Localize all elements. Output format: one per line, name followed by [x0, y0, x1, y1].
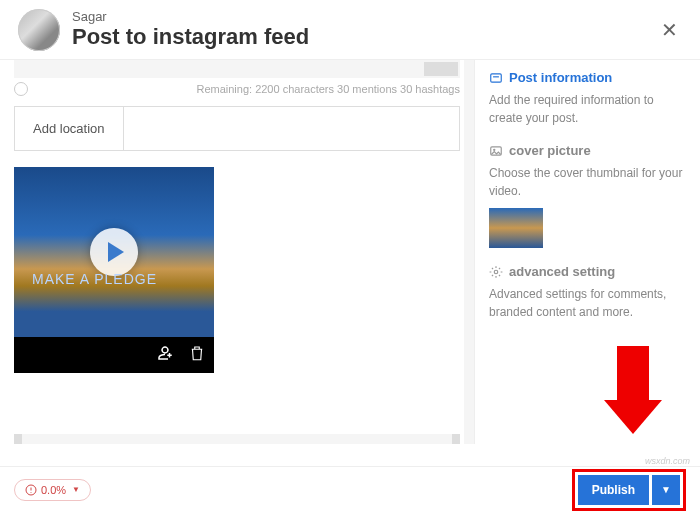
image-icon — [489, 144, 503, 158]
page-title: Post to instagram feed — [72, 24, 657, 50]
media-toolbar — [14, 337, 214, 373]
video-caption: MAKE A PLEDGE — [32, 271, 157, 287]
avatar — [18, 9, 60, 51]
panel-title-text: cover picture — [509, 143, 591, 158]
panel-title-text: advanced setting — [509, 264, 615, 279]
panel-title: advanced setting — [489, 264, 686, 279]
info-icon — [489, 71, 503, 85]
caret-down-icon: ▼ — [72, 485, 80, 494]
panel-desc: Add the required information to create y… — [489, 91, 686, 127]
gear-icon — [489, 265, 503, 279]
composer-pane: Remaining: 2200 characters 30 mentions 3… — [0, 60, 475, 444]
publish-dropdown[interactable]: ▼ — [652, 475, 680, 505]
video-thumbnail[interactable]: MAKE A PLEDGE — [14, 167, 214, 337]
footer: 0.0% ▼ Publish ▼ — [0, 466, 700, 512]
panel-title: cover picture — [489, 143, 686, 158]
publish-button[interactable]: Publish — [578, 475, 649, 505]
watermark: wsxdn.com — [645, 456, 690, 466]
location-input[interactable] — [124, 107, 459, 150]
trash-icon[interactable] — [188, 344, 206, 366]
panel-title: Post information — [489, 70, 686, 85]
panel-title-text: Post information — [509, 70, 612, 85]
emoji-icon[interactable] — [14, 82, 28, 96]
dialog-header: Sagar Post to instagram feed ✕ — [0, 0, 700, 60]
svg-point-3 — [493, 148, 495, 150]
svg-point-4 — [494, 270, 498, 274]
panel-cover[interactable]: cover picture Choose the cover thumbnail… — [489, 143, 686, 248]
progress-value: 0.0% — [41, 484, 66, 496]
play-icon[interactable] — [90, 228, 138, 276]
panel-post-info[interactable]: Post information Add the required inform… — [489, 70, 686, 127]
vertical-scrollbar[interactable] — [464, 60, 474, 444]
tag-user-icon[interactable] — [156, 344, 174, 366]
alert-icon — [25, 484, 37, 496]
close-icon[interactable]: ✕ — [657, 14, 682, 46]
add-location-button[interactable]: Add location — [15, 107, 124, 150]
publish-group: Publish ▼ — [572, 469, 686, 511]
media-preview: MAKE A PLEDGE — [14, 167, 214, 373]
svg-rect-0 — [491, 73, 502, 81]
progress-badge[interactable]: 0.0% ▼ — [14, 479, 91, 501]
header-text: Sagar Post to instagram feed — [72, 9, 657, 50]
dialog-body: Remaining: 2200 characters 30 mentions 3… — [0, 60, 700, 444]
horizontal-scrollbar[interactable] — [14, 434, 460, 444]
cover-thumbnail[interactable] — [489, 208, 543, 248]
user-name: Sagar — [72, 9, 657, 24]
add-location-row: Add location — [14, 106, 460, 151]
char-count: Remaining: 2200 characters 30 mentions 3… — [196, 83, 460, 95]
panel-desc: Advanced settings for comments, branded … — [489, 285, 686, 321]
svg-point-7 — [31, 492, 32, 493]
panel-advanced[interactable]: advanced setting Advanced settings for c… — [489, 264, 686, 321]
panel-desc: Choose the cover thumbnail for your vide… — [489, 164, 686, 200]
composer-stats: Remaining: 2200 characters 30 mentions 3… — [0, 78, 474, 102]
textarea-scrollbar[interactable] — [14, 60, 460, 78]
sidebar-pane: Post information Add the required inform… — [475, 60, 700, 444]
